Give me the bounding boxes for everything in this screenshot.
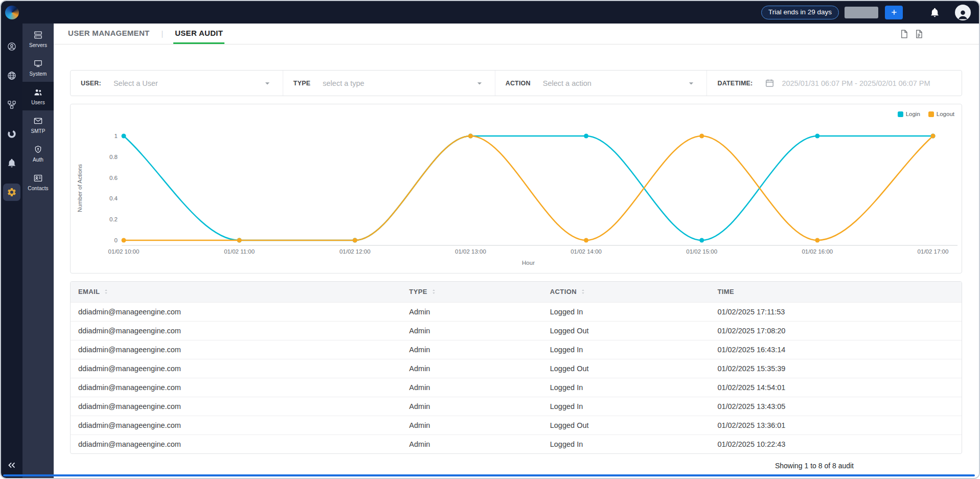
cell-email: ddiadmin@manageengine.com <box>71 321 409 340</box>
rail-item-network[interactable] <box>3 67 20 84</box>
datetime-range-picker[interactable]: DATETIME: 2025/01/31 06:07 PM - 2025/02/… <box>706 71 962 96</box>
cell-type: Admin <box>409 340 550 359</box>
svg-text:Number of Actions: Number of Actions <box>77 164 83 212</box>
sidebar-item-users[interactable]: Users <box>22 82 54 110</box>
rail-item-topology[interactable] <box>3 96 20 113</box>
table-row: ddiadmin@manageengine.comAdminLogged Out… <box>71 416 962 435</box>
tab-user-audit[interactable]: USER AUDIT <box>173 24 224 44</box>
rail-item-account[interactable] <box>3 38 20 55</box>
rail-item-alerts[interactable] <box>3 154 20 172</box>
sidebar-item-servers[interactable]: Servers <box>22 25 54 53</box>
svg-text:01/02 13:00: 01/02 13:00 <box>455 248 486 255</box>
icon-rail <box>1 24 22 478</box>
calendar-icon <box>765 78 774 88</box>
legend-label: Logout <box>937 111 954 117</box>
users-icon <box>33 87 43 97</box>
sort-icon <box>430 288 437 295</box>
legend-swatch <box>928 111 934 117</box>
system-icon <box>33 59 43 69</box>
cell-email: ddiadmin@manageengine.com <box>71 340 409 359</box>
svg-text:01/02 16:00: 01/02 16:00 <box>802 248 833 255</box>
type-filter-label: TYPE <box>293 80 310 87</box>
sort-icon <box>580 288 586 295</box>
collapse-icon[interactable] <box>6 460 17 471</box>
topbar: Trial ends in 29 days <box>1 1 979 24</box>
cell-time: 01/02/2025 17:11:53 <box>717 302 962 321</box>
sidebar-item-system[interactable]: System <box>22 53 54 82</box>
export-pdf-icon[interactable] <box>899 29 909 39</box>
sort-icon <box>103 288 109 295</box>
column-header-type[interactable]: TYPE <box>409 282 550 302</box>
horizontal-scrollbar[interactable] <box>3 474 975 476</box>
cell-action: Logged In <box>550 340 718 359</box>
brand-logo-icon[interactable] <box>5 6 19 19</box>
action-filter-label: ACTION <box>506 80 531 87</box>
cell-action: Logged In <box>550 302 718 321</box>
table-row: ddiadmin@manageengine.comAdminLogged In0… <box>71 340 962 359</box>
avatar[interactable] <box>955 5 971 20</box>
cell-action: Logged Out <box>550 321 718 340</box>
datetime-filter-label: DATETIME: <box>717 80 753 87</box>
plus-icon <box>890 8 898 16</box>
filter-bar: USER: Select a User TYPE select a type A… <box>70 70 962 96</box>
svg-text:Hour: Hour <box>522 260 535 266</box>
cell-time: 01/02/2025 15:35:39 <box>717 359 962 378</box>
cell-type: Admin <box>409 321 550 340</box>
sidebar-item-smtp[interactable]: SMTP <box>22 110 54 139</box>
legend-swatch <box>898 111 903 117</box>
table-row: ddiadmin@manageengine.comAdminLogged In0… <box>71 435 962 453</box>
cell-time: 01/02/2025 10:22:43 <box>717 435 962 453</box>
smtp-icon <box>33 116 43 126</box>
column-header-email[interactable]: EMAIL <box>71 282 409 302</box>
cell-time: 01/02/2025 13:43:05 <box>717 397 962 416</box>
user-filter-select[interactable]: USER: Select a User <box>71 71 283 96</box>
table-body: ddiadmin@manageengine.comAdminLogged In0… <box>71 302 962 453</box>
export-actions <box>899 24 924 44</box>
cell-type: Admin <box>409 397 550 416</box>
legend-item-login[interactable]: Login <box>898 111 920 117</box>
rail-item-reports[interactable] <box>3 125 20 143</box>
type-filter-select[interactable]: TYPE select a type <box>283 71 495 96</box>
sidebar-item-label: Users <box>31 100 45 105</box>
tabbar: USER MANAGEMENT|USER AUDIT <box>54 24 979 44</box>
cell-action: Logged In <box>550 397 718 416</box>
cell-action: Logged Out <box>550 359 718 378</box>
column-header-action[interactable]: ACTION <box>550 282 718 302</box>
sidebar-item-contacts[interactable]: Contacts <box>22 168 54 196</box>
line-chart: 00.20.40.60.8101/02 10:0001/02 11:0001/0… <box>71 104 962 273</box>
svg-text:01/02 15:00: 01/02 15:00 <box>686 248 717 255</box>
rail-item-settings[interactable] <box>3 184 20 201</box>
cell-type: Admin <box>409 359 550 378</box>
sidebar-item-label: System <box>30 71 47 77</box>
table-summary: Showing 1 to 8 of 8 audit <box>70 462 962 470</box>
bell-icon[interactable] <box>929 7 940 18</box>
content: USER: Select a User TYPE select a type A… <box>54 44 979 478</box>
chart-legend: LoginLogout <box>898 111 954 117</box>
tab-user-management[interactable]: USER MANAGEMENT <box>66 24 151 44</box>
svg-text:01/02 11:00: 01/02 11:00 <box>224 248 255 255</box>
masked-chip <box>845 7 878 18</box>
trial-banner[interactable]: Trial ends in 29 days <box>761 6 839 19</box>
action-filter-select[interactable]: ACTION Select a action <box>495 71 707 96</box>
chevron-down-icon <box>262 78 272 88</box>
cell-email: ddiadmin@manageengine.com <box>71 435 409 453</box>
cell-time: 01/02/2025 16:43:14 <box>717 340 962 359</box>
svg-text:0.6: 0.6 <box>109 175 118 181</box>
cell-action: Logged In <box>550 435 718 453</box>
donut-icon <box>7 129 17 139</box>
cell-action: Logged Out <box>550 416 718 435</box>
table-row: ddiadmin@manageengine.comAdminLogged Out… <box>71 321 962 340</box>
add-button[interactable] <box>885 6 903 19</box>
datetime-range-value: 2025/01/31 06:07 PM - 2025/02/01 06:07 P… <box>782 79 930 87</box>
audit-table: EMAILTYPEACTIONTIME ddiadmin@manageengin… <box>71 282 962 453</box>
bell-icon <box>7 158 17 168</box>
sidebar-item-auth[interactable]: Auth <box>22 139 54 168</box>
sidebar-item-label: Contacts <box>28 186 48 191</box>
avatar-icon <box>956 8 969 20</box>
audit-table-card: EMAILTYPEACTIONTIME ddiadmin@manageengin… <box>70 281 962 454</box>
cell-type: Admin <box>409 378 550 397</box>
table-row: ddiadmin@manageengine.comAdminLogged In0… <box>71 378 962 397</box>
export-csv-icon[interactable] <box>914 29 924 39</box>
legend-item-logout[interactable]: Logout <box>928 111 954 117</box>
svg-text:0.4: 0.4 <box>109 195 118 201</box>
